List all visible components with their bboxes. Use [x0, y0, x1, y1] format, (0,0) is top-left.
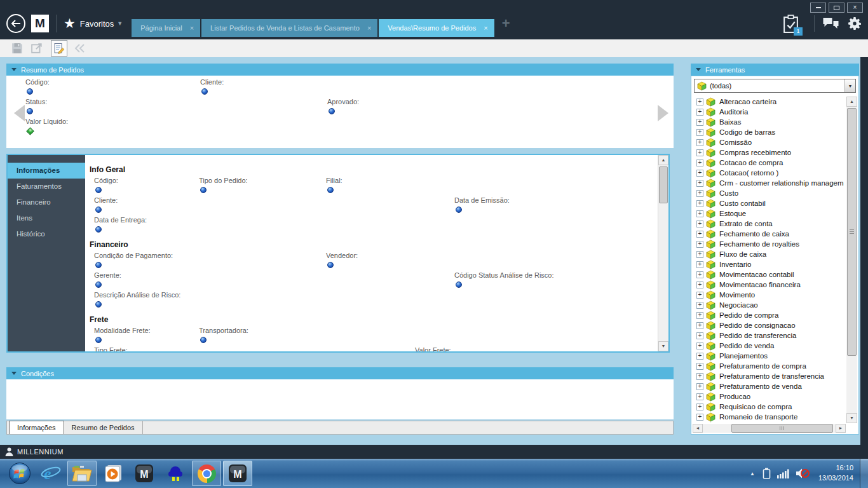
tree-item[interactable]: +Producao	[693, 391, 846, 402]
tree-item[interactable]: +Cotacao de compra	[693, 158, 846, 168]
tree-item[interactable]: +Crm - customer relationship managem	[693, 178, 846, 188]
blue-sphere-handle-icon[interactable]	[201, 88, 208, 95]
blue-sphere-handle-icon[interactable]	[95, 187, 102, 193]
blue-sphere-handle-icon[interactable]	[95, 337, 102, 343]
expand-plus-icon[interactable]: +	[696, 190, 703, 197]
blue-sphere-handle-icon[interactable]	[329, 108, 335, 114]
expand-plus-icon[interactable]: +	[696, 109, 703, 116]
blue-sphere-handle-icon[interactable]	[327, 262, 334, 268]
blue-sphere-handle-icon[interactable]	[95, 281, 102, 288]
close-tab-icon[interactable]: ×	[367, 24, 371, 32]
expand-plus-icon[interactable]: +	[696, 342, 703, 349]
expand-plus-icon[interactable]: +	[696, 170, 703, 177]
green-diamond-handle-icon[interactable]	[26, 127, 34, 135]
expand-plus-icon[interactable]: +	[696, 119, 703, 126]
new-tab-button[interactable]: +	[502, 15, 510, 32]
scroll-down-icon[interactable]: ▼	[658, 341, 668, 351]
tree-item[interactable]: +Movimentacao contabil	[693, 269, 846, 280]
expand-plus-icon[interactable]: +	[696, 302, 703, 309]
expand-plus-icon[interactable]: +	[696, 231, 703, 238]
scrollbar-thumb[interactable]	[731, 424, 833, 433]
collapse-icon[interactable]	[696, 68, 701, 71]
tree-item[interactable]: +Pedido de compra	[693, 310, 846, 320]
tree-item[interactable]: +Extrato de conta	[693, 219, 846, 229]
expand-plus-icon[interactable]: +	[696, 363, 703, 370]
tree-item[interactable]: +Fechamento de royalties	[693, 239, 846, 249]
close-tab-icon[interactable]: ×	[190, 24, 194, 32]
network-signal-icon[interactable]	[777, 469, 789, 478]
tree-item[interactable]: +Prefaturamento de venda	[693, 381, 846, 391]
tree-item[interactable]: +Negociacao	[693, 300, 846, 310]
expand-plus-icon[interactable]: +	[696, 403, 703, 410]
tree-item[interactable]: +Codigo de barras	[693, 127, 846, 137]
combobox-dropdown-icon[interactable]: ▼	[844, 79, 855, 92]
tree-item[interactable]: +Pedido de consignacao	[693, 320, 846, 330]
browser-tab-3[interactable]: Vendas\Resumo de Pedidos×	[379, 19, 494, 37]
tree-item[interactable]: +Fechamento de caixa	[693, 229, 846, 239]
favorites-button[interactable]: Favoritos	[80, 19, 114, 29]
caret-down-icon[interactable]: ▼	[117, 20, 123, 27]
tree-item[interactable]: +Alteracao carteira	[693, 97, 846, 107]
blue-sphere-handle-icon[interactable]	[200, 187, 207, 193]
blue-sphere-handle-icon[interactable]	[456, 207, 462, 213]
expand-plus-icon[interactable]: +	[696, 271, 703, 278]
side-tab-financeiro[interactable]: Financeiro	[8, 194, 85, 210]
tree-item[interactable]: +Movimento	[693, 290, 846, 300]
expand-plus-icon[interactable]: +	[696, 210, 703, 217]
export-icon[interactable]	[31, 43, 43, 54]
millennium-icon[interactable]: M	[130, 461, 159, 486]
tree-item[interactable]: +Baixas	[693, 117, 846, 127]
blue-sphere-handle-icon[interactable]	[95, 226, 102, 233]
blue-sphere-handle-icon[interactable]	[95, 301, 102, 308]
nav-next-icon[interactable]	[658, 105, 668, 121]
scroll-up-icon[interactable]: ▲	[658, 155, 668, 165]
browser-tab-1[interactable]: Página Inicial×	[132, 19, 200, 37]
blue-sphere-handle-icon[interactable]	[456, 281, 462, 288]
scroll-up-icon[interactable]: ▲	[846, 97, 857, 107]
back-icon[interactable]	[6, 14, 25, 33]
millennium-app-icon[interactable]: M	[223, 461, 252, 486]
edit-note-icon[interactable]	[51, 40, 67, 57]
expand-plus-icon[interactable]: +	[696, 312, 703, 319]
side-tab-historico[interactable]: Histórico	[8, 226, 85, 242]
blue-sphere-handle-icon[interactable]	[200, 337, 207, 343]
tree-item[interactable]: +Compras recebimento	[693, 147, 846, 158]
scrollbar-thumb[interactable]	[847, 108, 857, 356]
chrome-icon[interactable]	[192, 461, 221, 486]
close-tab-icon[interactable]: ×	[484, 24, 487, 32]
show-desktop-button[interactable]	[860, 459, 868, 488]
share-icon[interactable]	[74, 43, 85, 53]
resumo-panel-header[interactable]: Resumo de Pedidos	[6, 64, 674, 76]
save-icon[interactable]	[11, 43, 23, 54]
tree-item[interactable]: +Auditoria	[693, 107, 846, 117]
nav-previous-icon[interactable]	[14, 105, 25, 121]
battery-icon[interactable]	[763, 468, 771, 479]
chat-icon[interactable]	[822, 17, 839, 30]
scroll-down-icon[interactable]: ▼	[846, 413, 857, 423]
tasks-clipboard-icon[interactable]: 1	[783, 15, 799, 33]
browser-tab-2[interactable]: Listar Pedidos de Venda e Listas de Casa…	[201, 19, 377, 37]
expand-plus-icon[interactable]: +	[696, 393, 703, 400]
tree-item[interactable]: +Prefaturamento de compra	[693, 361, 846, 371]
bottom-tab-informacoes[interactable]: Informações	[9, 421, 64, 434]
expand-plus-icon[interactable]: +	[696, 281, 703, 288]
millennium-logo[interactable]: M	[31, 15, 49, 32]
expand-plus-icon[interactable]: +	[696, 373, 703, 380]
expand-plus-icon[interactable]: +	[696, 220, 703, 227]
expand-plus-icon[interactable]: +	[696, 200, 703, 207]
expand-plus-icon[interactable]: +	[696, 251, 703, 258]
tree-item[interactable]: +Custo	[693, 188, 846, 198]
internet-explorer-icon[interactable]: e	[36, 461, 65, 486]
expand-plus-icon[interactable]: +	[696, 332, 703, 339]
expand-plus-icon[interactable]: +	[696, 414, 703, 421]
tree-item[interactable]: +Romaneio de transporte	[693, 412, 846, 422]
tree-horizontal-scrollbar[interactable]: ◄ ►	[693, 424, 846, 433]
blue-sphere-handle-icon[interactable]	[27, 88, 33, 95]
side-tab-informacoes[interactable]: Informações	[8, 163, 85, 179]
start-icon[interactable]	[5, 461, 34, 486]
collapse-icon[interactable]	[11, 372, 17, 375]
collapse-icon[interactable]	[11, 68, 17, 71]
tree-item[interactable]: +Prefaturamento de transferencia	[693, 371, 846, 381]
condicoes-panel-header[interactable]: Condições	[6, 367, 674, 379]
expand-plus-icon[interactable]: +	[696, 241, 703, 248]
